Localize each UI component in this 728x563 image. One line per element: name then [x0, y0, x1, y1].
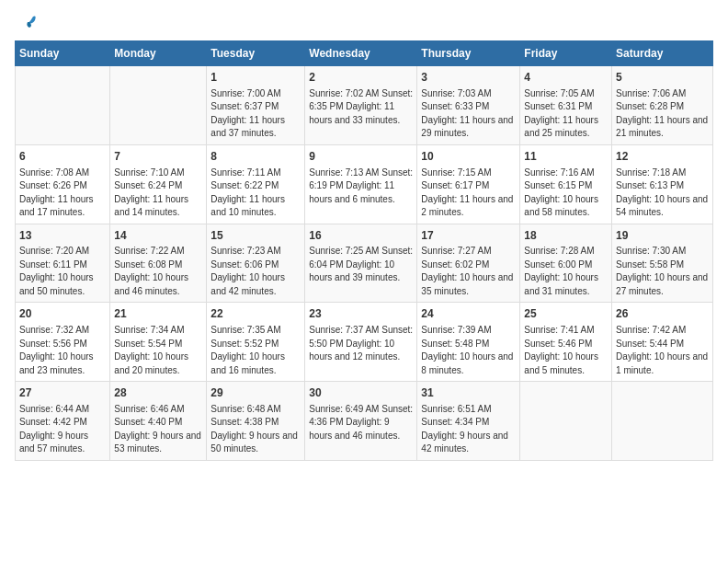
- day-number: 22: [210, 306, 301, 322]
- calendar-cell: 27Sunrise: 6:44 AM Sunset: 4:42 PM Dayli…: [16, 382, 110, 461]
- calendar-cell: 4Sunrise: 7:05 AM Sunset: 6:31 PM Daylig…: [520, 66, 612, 145]
- day-number: 20: [19, 306, 106, 322]
- calendar-cell: 22Sunrise: 7:35 AM Sunset: 5:52 PM Dayli…: [207, 303, 305, 382]
- calendar-cell: 11Sunrise: 7:16 AM Sunset: 6:15 PM Dayli…: [520, 144, 612, 224]
- cell-content: Sunrise: 6:46 AM Sunset: 4:40 PM Dayligh…: [114, 403, 202, 456]
- cell-content: Sunrise: 7:02 AM Sunset: 6:35 PM Dayligh…: [309, 87, 413, 128]
- day-number: 10: [421, 149, 516, 165]
- day-number: 3: [421, 70, 516, 86]
- logo-bird-icon: [17, 15, 37, 33]
- calendar-cell: 6Sunrise: 7:08 AM Sunset: 6:26 PM Daylig…: [16, 144, 110, 224]
- calendar-cell: 20Sunrise: 7:32 AM Sunset: 5:56 PM Dayli…: [16, 303, 110, 382]
- cell-content: Sunrise: 7:06 AM Sunset: 6:28 PM Dayligh…: [616, 87, 709, 141]
- calendar-cell: 10Sunrise: 7:15 AM Sunset: 6:17 PM Dayli…: [417, 144, 520, 224]
- calendar-cell: [612, 382, 713, 461]
- week-row-2: 6Sunrise: 7:08 AM Sunset: 6:26 PM Daylig…: [16, 144, 713, 224]
- cell-content: Sunrise: 7:32 AM Sunset: 5:56 PM Dayligh…: [19, 324, 106, 377]
- calendar-cell: 24Sunrise: 7:39 AM Sunset: 5:48 PM Dayli…: [417, 303, 520, 382]
- day-header-wednesday: Wednesday: [305, 41, 417, 66]
- cell-content: Sunrise: 7:42 AM Sunset: 5:44 PM Dayligh…: [616, 324, 709, 377]
- day-header-thursday: Thursday: [417, 41, 520, 66]
- calendar-cell: [520, 382, 612, 461]
- calendar-cell: 16Sunrise: 7:25 AM Sunset: 6:04 PM Dayli…: [305, 224, 417, 303]
- cell-content: Sunrise: 7:27 AM Sunset: 6:02 PM Dayligh…: [421, 245, 516, 298]
- day-number: 14: [114, 228, 202, 244]
- page-header: [15, 15, 713, 33]
- calendar-cell: 14Sunrise: 7:22 AM Sunset: 6:08 PM Dayli…: [110, 224, 207, 303]
- cell-content: Sunrise: 7:25 AM Sunset: 6:04 PM Dayligh…: [309, 245, 413, 285]
- day-number: 28: [114, 385, 202, 401]
- calendar-cell: 28Sunrise: 6:46 AM Sunset: 4:40 PM Dayli…: [110, 382, 207, 461]
- cell-content: Sunrise: 7:39 AM Sunset: 5:48 PM Dayligh…: [421, 324, 516, 377]
- cell-content: Sunrise: 7:16 AM Sunset: 6:15 PM Dayligh…: [524, 167, 608, 220]
- cell-content: Sunrise: 7:08 AM Sunset: 6:26 PM Dayligh…: [19, 167, 106, 220]
- day-number: 19: [616, 228, 709, 244]
- cell-content: Sunrise: 7:35 AM Sunset: 5:52 PM Dayligh…: [210, 324, 301, 377]
- calendar-cell: 12Sunrise: 7:18 AM Sunset: 6:13 PM Dayli…: [612, 144, 713, 224]
- day-header-saturday: Saturday: [612, 41, 713, 66]
- day-number: 27: [19, 385, 106, 401]
- cell-content: Sunrise: 7:18 AM Sunset: 6:13 PM Dayligh…: [616, 167, 709, 220]
- calendar-cell: 15Sunrise: 7:23 AM Sunset: 6:06 PM Dayli…: [207, 224, 305, 303]
- day-number: 31: [421, 385, 516, 401]
- calendar-cell: 8Sunrise: 7:11 AM Sunset: 6:22 PM Daylig…: [207, 144, 305, 224]
- day-number: 7: [114, 149, 202, 165]
- day-number: 1: [210, 70, 301, 86]
- cell-content: Sunrise: 7:00 AM Sunset: 6:37 PM Dayligh…: [210, 87, 301, 141]
- calendar-cell: 1Sunrise: 7:00 AM Sunset: 6:37 PM Daylig…: [207, 66, 305, 145]
- week-row-1: 1Sunrise: 7:00 AM Sunset: 6:37 PM Daylig…: [16, 66, 713, 145]
- cell-content: Sunrise: 7:13 AM Sunset: 6:19 PM Dayligh…: [309, 167, 413, 207]
- day-number: 8: [210, 149, 301, 165]
- cell-content: Sunrise: 7:15 AM Sunset: 6:17 PM Dayligh…: [421, 167, 516, 220]
- week-row-5: 27Sunrise: 6:44 AM Sunset: 4:42 PM Dayli…: [16, 382, 713, 461]
- cell-content: Sunrise: 7:23 AM Sunset: 6:06 PM Dayligh…: [210, 245, 301, 298]
- calendar-cell: 25Sunrise: 7:41 AM Sunset: 5:46 PM Dayli…: [520, 303, 612, 382]
- day-number: 15: [210, 228, 301, 244]
- calendar-cell: 7Sunrise: 7:10 AM Sunset: 6:24 PM Daylig…: [110, 144, 207, 224]
- day-number: 13: [19, 228, 106, 244]
- cell-content: Sunrise: 7:28 AM Sunset: 6:00 PM Dayligh…: [524, 245, 608, 298]
- logo: [15, 15, 37, 33]
- day-number: 23: [309, 306, 413, 322]
- cell-content: Sunrise: 6:48 AM Sunset: 4:38 PM Dayligh…: [210, 403, 301, 456]
- cell-content: Sunrise: 7:41 AM Sunset: 5:46 PM Dayligh…: [524, 324, 608, 377]
- calendar-cell: [110, 66, 207, 145]
- day-number: 12: [616, 149, 709, 165]
- day-number: 26: [616, 306, 709, 322]
- day-header-sunday: Sunday: [16, 41, 110, 66]
- calendar-cell: 5Sunrise: 7:06 AM Sunset: 6:28 PM Daylig…: [612, 66, 713, 145]
- cell-content: Sunrise: 6:44 AM Sunset: 4:42 PM Dayligh…: [19, 403, 106, 456]
- day-number: 18: [524, 228, 608, 244]
- day-number: 6: [19, 149, 106, 165]
- calendar-cell: 26Sunrise: 7:42 AM Sunset: 5:44 PM Dayli…: [612, 303, 713, 382]
- day-number: 24: [421, 306, 516, 322]
- cell-content: Sunrise: 7:03 AM Sunset: 6:33 PM Dayligh…: [421, 87, 516, 141]
- calendar-cell: 29Sunrise: 6:48 AM Sunset: 4:38 PM Dayli…: [207, 382, 305, 461]
- cell-content: Sunrise: 6:49 AM Sunset: 4:36 PM Dayligh…: [309, 403, 413, 443]
- calendar-cell: 2Sunrise: 7:02 AM Sunset: 6:35 PM Daylig…: [305, 66, 417, 145]
- day-number: 29: [210, 385, 301, 401]
- calendar-cell: 21Sunrise: 7:34 AM Sunset: 5:54 PM Dayli…: [110, 303, 207, 382]
- day-number: 25: [524, 306, 608, 322]
- cell-content: Sunrise: 7:05 AM Sunset: 6:31 PM Dayligh…: [524, 87, 608, 141]
- header-row: SundayMondayTuesdayWednesdayThursdayFrid…: [16, 41, 713, 66]
- cell-content: Sunrise: 7:20 AM Sunset: 6:11 PM Dayligh…: [19, 245, 106, 298]
- day-number: 2: [309, 70, 413, 86]
- day-header-monday: Monday: [110, 41, 207, 66]
- week-row-4: 20Sunrise: 7:32 AM Sunset: 5:56 PM Dayli…: [16, 303, 713, 382]
- cell-content: Sunrise: 7:34 AM Sunset: 5:54 PM Dayligh…: [114, 324, 202, 377]
- day-number: 4: [524, 70, 608, 86]
- calendar-cell: 9Sunrise: 7:13 AM Sunset: 6:19 PM Daylig…: [305, 144, 417, 224]
- cell-content: Sunrise: 7:22 AM Sunset: 6:08 PM Dayligh…: [114, 245, 202, 298]
- cell-content: Sunrise: 7:37 AM Sunset: 5:50 PM Dayligh…: [309, 324, 413, 364]
- cell-content: Sunrise: 6:51 AM Sunset: 4:34 PM Dayligh…: [421, 403, 516, 456]
- calendar-cell: 3Sunrise: 7:03 AM Sunset: 6:33 PM Daylig…: [417, 66, 520, 145]
- cell-content: Sunrise: 7:30 AM Sunset: 5:58 PM Dayligh…: [616, 245, 709, 298]
- calendar-cell: 31Sunrise: 6:51 AM Sunset: 4:34 PM Dayli…: [417, 382, 520, 461]
- day-header-friday: Friday: [520, 41, 612, 66]
- day-number: 5: [616, 70, 709, 86]
- day-number: 30: [309, 385, 413, 401]
- week-row-3: 13Sunrise: 7:20 AM Sunset: 6:11 PM Dayli…: [16, 224, 713, 303]
- calendar-cell: 13Sunrise: 7:20 AM Sunset: 6:11 PM Dayli…: [16, 224, 110, 303]
- calendar-cell: 23Sunrise: 7:37 AM Sunset: 5:50 PM Dayli…: [305, 303, 417, 382]
